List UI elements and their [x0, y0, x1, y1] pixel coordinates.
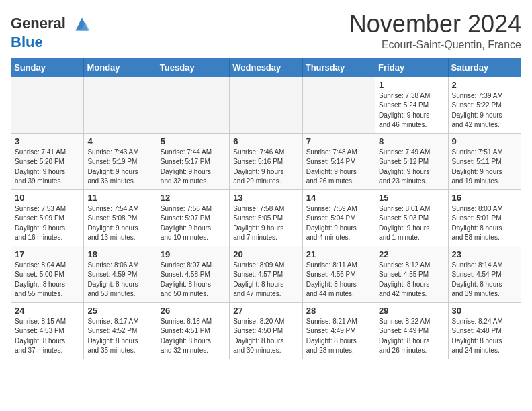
logo-icon [71, 13, 93, 35]
day-cell: 16Sunrise: 8:03 AM Sunset: 5:01 PM Dayli… [448, 189, 521, 246]
day-cell: 9Sunrise: 7:51 AM Sunset: 5:11 PM Daylig… [448, 133, 521, 189]
day-info: Sunrise: 7:54 AM Sunset: 5:08 PM Dayligh… [87, 204, 152, 243]
day-number: 17 [15, 249, 80, 259]
day-info: Sunrise: 8:07 AM Sunset: 4:58 PM Dayligh… [161, 261, 226, 300]
day-info: Sunrise: 8:06 AM Sunset: 4:59 PM Dayligh… [87, 261, 152, 300]
day-info: Sunrise: 7:51 AM Sunset: 5:11 PM Dayligh… [452, 148, 517, 187]
day-info: Sunrise: 7:48 AM Sunset: 5:14 PM Dayligh… [306, 148, 371, 187]
day-number: 5 [161, 136, 226, 146]
day-cell: 1Sunrise: 7:38 AM Sunset: 5:24 PM Daylig… [375, 77, 448, 133]
col-header-thursday: Thursday [302, 58, 375, 77]
week-row-4: 17Sunrise: 8:04 AM Sunset: 5:00 PM Dayli… [11, 246, 521, 302]
day-cell: 20Sunrise: 8:09 AM Sunset: 4:57 PM Dayli… [230, 246, 302, 302]
day-info: Sunrise: 7:44 AM Sunset: 5:17 PM Dayligh… [161, 148, 226, 187]
day-info: Sunrise: 8:20 AM Sunset: 4:50 PM Dayligh… [233, 317, 298, 356]
day-cell: 26Sunrise: 8:18 AM Sunset: 4:51 PM Dayli… [157, 302, 229, 359]
day-cell: 25Sunrise: 8:17 AM Sunset: 4:52 PM Dayli… [84, 302, 157, 359]
day-number: 20 [233, 249, 298, 259]
day-info: Sunrise: 8:09 AM Sunset: 4:57 PM Dayligh… [233, 261, 298, 300]
day-cell: 10Sunrise: 7:53 AM Sunset: 5:09 PM Dayli… [11, 189, 84, 246]
day-number: 13 [233, 193, 298, 203]
calendar-table: SundayMondayTuesdayWednesdayThursdayFrid… [11, 58, 521, 359]
logo: General Blue [11, 13, 93, 50]
day-number: 19 [161, 249, 226, 259]
day-info: Sunrise: 7:43 AM Sunset: 5:19 PM Dayligh… [87, 148, 152, 187]
day-info: Sunrise: 8:17 AM Sunset: 4:52 PM Dayligh… [87, 317, 152, 356]
col-header-saturday: Saturday [448, 58, 521, 77]
day-info: Sunrise: 8:01 AM Sunset: 5:03 PM Dayligh… [379, 204, 444, 243]
day-number: 6 [233, 136, 298, 146]
day-info: Sunrise: 8:22 AM Sunset: 4:49 PM Dayligh… [379, 317, 444, 356]
day-cell: 7Sunrise: 7:48 AM Sunset: 5:14 PM Daylig… [302, 133, 375, 189]
day-info: Sunrise: 7:53 AM Sunset: 5:09 PM Dayligh… [15, 204, 80, 243]
day-number: 16 [452, 193, 517, 203]
day-number: 24 [15, 306, 80, 316]
day-cell: 3Sunrise: 7:41 AM Sunset: 5:20 PM Daylig… [11, 133, 84, 189]
day-info: Sunrise: 7:46 AM Sunset: 5:16 PM Dayligh… [233, 148, 298, 187]
day-cell: 13Sunrise: 7:58 AM Sunset: 5:05 PM Dayli… [230, 189, 302, 246]
week-row-3: 10Sunrise: 7:53 AM Sunset: 5:09 PM Dayli… [11, 189, 521, 246]
day-cell: 8Sunrise: 7:49 AM Sunset: 5:12 PM Daylig… [375, 133, 448, 189]
day-number: 30 [452, 306, 517, 316]
day-info: Sunrise: 7:56 AM Sunset: 5:07 PM Dayligh… [161, 204, 226, 243]
day-cell: 6Sunrise: 7:46 AM Sunset: 5:16 PM Daylig… [230, 133, 302, 189]
day-cell: 5Sunrise: 7:44 AM Sunset: 5:17 PM Daylig… [157, 133, 229, 189]
day-cell: 21Sunrise: 8:11 AM Sunset: 4:56 PM Dayli… [302, 246, 375, 302]
day-number: 10 [15, 193, 80, 203]
day-info: Sunrise: 7:41 AM Sunset: 5:20 PM Dayligh… [15, 148, 80, 187]
day-cell: 30Sunrise: 8:24 AM Sunset: 4:48 PM Dayli… [448, 302, 521, 359]
day-info: Sunrise: 7:49 AM Sunset: 5:12 PM Dayligh… [379, 148, 444, 187]
day-cell [230, 77, 302, 133]
day-number: 22 [379, 249, 444, 259]
day-number: 3 [15, 136, 80, 146]
day-cell: 24Sunrise: 8:15 AM Sunset: 4:53 PM Dayli… [11, 302, 84, 359]
logo-blue: Blue [11, 34, 43, 50]
day-number: 27 [233, 306, 298, 316]
day-cell [84, 77, 157, 133]
col-header-tuesday: Tuesday [157, 58, 229, 77]
day-cell [11, 77, 84, 133]
day-cell: 12Sunrise: 7:56 AM Sunset: 5:07 PM Dayli… [157, 189, 229, 246]
day-cell: 17Sunrise: 8:04 AM Sunset: 5:00 PM Dayli… [11, 246, 84, 302]
week-row-5: 24Sunrise: 8:15 AM Sunset: 4:53 PM Dayli… [11, 302, 521, 359]
day-number: 12 [161, 193, 226, 203]
day-number: 4 [87, 136, 152, 146]
day-number: 1 [379, 80, 444, 90]
day-info: Sunrise: 8:12 AM Sunset: 4:55 PM Dayligh… [379, 261, 444, 300]
day-cell: 19Sunrise: 8:07 AM Sunset: 4:58 PM Dayli… [157, 246, 229, 302]
day-number: 21 [306, 249, 371, 259]
col-header-friday: Friday [375, 58, 448, 77]
day-number: 28 [306, 306, 371, 316]
day-info: Sunrise: 8:24 AM Sunset: 4:48 PM Dayligh… [452, 317, 517, 356]
day-cell: 27Sunrise: 8:20 AM Sunset: 4:50 PM Dayli… [230, 302, 302, 359]
day-cell [302, 77, 375, 133]
day-number: 2 [452, 80, 517, 90]
day-info: Sunrise: 8:14 AM Sunset: 4:54 PM Dayligh… [452, 261, 517, 300]
day-info: Sunrise: 8:15 AM Sunset: 4:53 PM Dayligh… [15, 317, 80, 356]
day-cell: 23Sunrise: 8:14 AM Sunset: 4:54 PM Dayli… [448, 246, 521, 302]
location-title: Ecourt-Saint-Quentin, France [349, 39, 521, 51]
day-number: 7 [306, 136, 371, 146]
day-info: Sunrise: 7:58 AM Sunset: 5:05 PM Dayligh… [233, 204, 298, 243]
day-number: 14 [306, 193, 371, 203]
day-number: 29 [379, 306, 444, 316]
day-info: Sunrise: 8:04 AM Sunset: 5:00 PM Dayligh… [15, 261, 80, 300]
day-number: 11 [87, 193, 152, 203]
day-cell: 2Sunrise: 7:39 AM Sunset: 5:22 PM Daylig… [448, 77, 521, 133]
week-row-1: 1Sunrise: 7:38 AM Sunset: 5:24 PM Daylig… [11, 77, 521, 133]
day-cell: 4Sunrise: 7:43 AM Sunset: 5:19 PM Daylig… [84, 133, 157, 189]
week-row-2: 3Sunrise: 7:41 AM Sunset: 5:20 PM Daylig… [11, 133, 521, 189]
day-cell: 14Sunrise: 7:59 AM Sunset: 5:04 PM Dayli… [302, 189, 375, 246]
day-number: 25 [87, 306, 152, 316]
month-title: November 2024 [349, 11, 521, 38]
col-header-monday: Monday [84, 58, 157, 77]
day-info: Sunrise: 7:38 AM Sunset: 5:24 PM Dayligh… [379, 91, 444, 130]
day-number: 8 [379, 136, 444, 146]
day-cell: 22Sunrise: 8:12 AM Sunset: 4:55 PM Dayli… [375, 246, 448, 302]
day-number: 26 [161, 306, 226, 316]
col-header-wednesday: Wednesday [230, 58, 302, 77]
day-info: Sunrise: 8:03 AM Sunset: 5:01 PM Dayligh… [452, 204, 517, 243]
day-number: 23 [452, 249, 517, 259]
day-number: 18 [87, 249, 152, 259]
header: General Blue November 2024 Ecourt-Saint-… [11, 11, 521, 51]
